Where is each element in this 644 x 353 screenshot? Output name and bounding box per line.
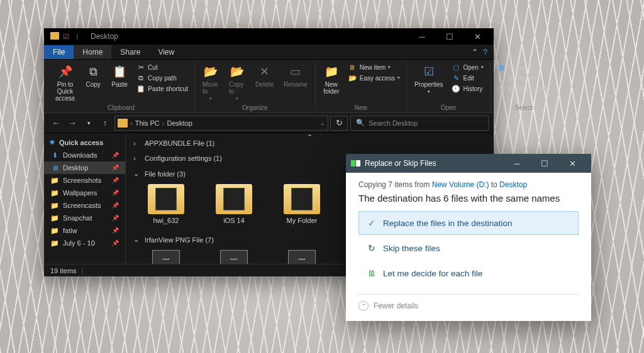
dialog-minimize-button[interactable]: ─ — [503, 154, 531, 173]
copy-button[interactable]: ⧉ Copy — [81, 62, 105, 89]
folder-label: My Folder — [287, 217, 318, 224]
edit-button[interactable]: ✎Edit — [449, 73, 486, 83]
dialog-option[interactable]: ✓Replace the files in the destination — [358, 211, 579, 235]
search-icon: 🔍 — [356, 119, 365, 127]
breadcrumb-desktop[interactable]: Desktop — [167, 119, 192, 127]
search-box[interactable]: 🔍 Search Desktop — [350, 116, 489, 131]
pin-icon: 📌 — [57, 63, 74, 80]
delete-button[interactable]: ✕ Delete — [252, 62, 277, 89]
folder-item[interactable]: iOS 14 — [209, 184, 259, 224]
cut-button[interactable]: ✂Cut — [134, 62, 191, 72]
address-bar[interactable]: › This PC › Desktop ⌄ — [114, 116, 328, 131]
file-menu[interactable]: File — [44, 45, 74, 59]
sidebar-item-snapchat[interactable]: 📁Snapchat📌 — [44, 212, 125, 224]
png-thumbnail-icon: ▪▪▪▪ — [152, 250, 180, 264]
sidebar-item-icon: 📁 — [50, 226, 59, 235]
copy-to-button[interactable]: 📂 Copy to ▾ — [225, 62, 249, 102]
new-folder-button[interactable]: 📁 New folder — [319, 62, 343, 96]
new-item-button[interactable]: 🗎New item ▾ — [346, 62, 402, 72]
sidebar-item-desktop[interactable]: 🖥Desktop📌 — [44, 161, 125, 174]
sidebar-item-icon: 📁 — [50, 176, 59, 185]
share-tab[interactable]: Share — [111, 45, 149, 59]
dialog-maximize-button[interactable]: ☐ — [531, 154, 558, 173]
rename-icon: ▭ — [287, 63, 304, 80]
refresh-button[interactable]: ↻ — [330, 116, 348, 131]
address-dropdown-icon[interactable]: ⌄ — [320, 120, 325, 126]
ribbon-collapse-icon[interactable]: ⌃ — [472, 48, 478, 57]
copy-path-icon: ⧉ — [136, 73, 145, 82]
quick-access-header[interactable]: ★ Quick access — [44, 136, 125, 149]
select-icon[interactable]: ☑ — [62, 32, 70, 41]
open-button[interactable]: ▢Open ▾ — [449, 62, 486, 72]
minimize-button[interactable]: ─ — [408, 28, 436, 45]
sidebar-item-icon: 📁 — [50, 188, 59, 197]
png-file-item[interactable]: ▪▪▪▪ — [141, 250, 191, 264]
help-icon[interactable]: ? — [483, 48, 487, 57]
rename-button[interactable]: ▭ Rename — [280, 62, 311, 89]
folder-icon — [284, 184, 320, 214]
sidebar-item-fatiw[interactable]: 📁fatiw📌 — [44, 224, 125, 237]
dialog-option[interactable]: 🗎Let me decide for each file — [358, 261, 579, 285]
pin-icon: 📌 — [112, 190, 119, 196]
view-tab[interactable]: View — [149, 45, 183, 59]
pin-icon: 📌 — [112, 202, 119, 209]
search-placeholder: Search Desktop — [369, 119, 418, 127]
option-icon: ✓ — [367, 218, 377, 228]
fewer-details-button[interactable]: ⌃ Fewer details — [358, 294, 579, 311]
maximize-button[interactable]: ☐ — [436, 28, 464, 45]
pin-icon: 📌 — [112, 165, 119, 171]
pin-icon: 📌 — [112, 215, 119, 221]
new-item-icon: 🗎 — [348, 63, 357, 72]
chevron-right-icon[interactable]: › — [130, 119, 133, 127]
png-thumbnail-icon: ▪▪▪▪ — [220, 250, 248, 264]
chevron-right-icon[interactable]: › — [162, 119, 165, 127]
properties-button[interactable]: ☑ Properties ▾ — [411, 62, 447, 95]
close-button[interactable]: ✕ — [464, 28, 491, 45]
png-file-item[interactable]: ▪▪▪▪ — [277, 250, 327, 264]
destination-link[interactable]: Desktop — [499, 180, 527, 189]
select-all-button[interactable]: ▦Select all — [494, 62, 553, 72]
folder-item[interactable]: My Folder — [277, 184, 327, 224]
dialog-close-button[interactable]: ✕ — [558, 154, 586, 173]
scroll-up-icon[interactable]: ⌃ — [307, 133, 313, 141]
select-group: ▦Select all ▢Select none ◫Invert selecti… — [491, 62, 557, 111]
titlebar[interactable]: ☑ | Desktop ─ ☐ ✕ — [44, 28, 494, 45]
move-to-button[interactable]: 📂 Move to ▾ — [199, 62, 223, 102]
sidebar-item-july-6---10[interactable]: 📁July 6 - 10📌 — [44, 237, 125, 249]
sidebar-item-screenshots[interactable]: 📁Screenshots📌 — [44, 174, 125, 187]
nav-forward-button[interactable]: → — [65, 116, 79, 130]
folder-item[interactable]: hwi_632 — [141, 184, 191, 224]
pin-to-quick-access-button[interactable]: 📌 Pin to Quick access — [52, 62, 79, 103]
dialog-titlebar[interactable]: Replace or Skip Files ─ ☐ ✕ — [346, 154, 591, 173]
paste-shortcut-icon: 📋 — [136, 84, 145, 93]
home-tab[interactable]: Home — [74, 45, 111, 59]
sidebar-item-downloads[interactable]: ⬇Downloads📌 — [44, 149, 125, 161]
paste-shortcut-button[interactable]: 📋Paste shortcut — [134, 84, 191, 94]
nav-up-button[interactable]: ↑ — [98, 116, 112, 130]
png-thumbnail-icon: ▪▪▪▪ — [288, 250, 316, 264]
breadcrumb-this-pc[interactable]: This PC — [135, 119, 160, 127]
invert-selection-button[interactable]: ◫Invert selection — [494, 84, 553, 94]
copy-path-button[interactable]: ⧉Copy path — [134, 73, 191, 83]
source-link[interactable]: New Volume (D:) — [432, 180, 489, 189]
copy-progress-icon — [351, 160, 361, 166]
option-icon: 🗎 — [367, 268, 377, 278]
nav-history-dropdown[interactable]: ▾ — [82, 116, 96, 130]
folder-label: iOS 14 — [223, 217, 245, 224]
paste-button[interactable]: 📋 Paste — [108, 62, 131, 89]
sidebar-item-icon: 📁 — [50, 201, 59, 210]
option-icon: ↻ — [367, 243, 377, 253]
select-none-button[interactable]: ▢Select none — [494, 73, 553, 83]
history-button[interactable]: 🕘History — [449, 84, 486, 94]
sidebar-item-icon: ⬇ — [50, 151, 59, 160]
easy-access-button[interactable]: 📂Easy access ▾ — [346, 73, 402, 83]
chevron-down-icon: ⌄ — [133, 236, 141, 244]
sidebar-item-screencasts[interactable]: 📁Screencasts📌 — [44, 199, 125, 212]
option-label: Skip these files — [383, 244, 440, 253]
chevron-up-icon: ⌃ — [358, 301, 369, 311]
edit-icon: ✎ — [452, 73, 460, 82]
sidebar-item-wallpapers[interactable]: 📁Wallpapers📌 — [44, 187, 125, 199]
png-file-item[interactable]: ▪▪▪▪ — [209, 250, 259, 264]
nav-back-button[interactable]: ← — [49, 116, 63, 130]
dialog-option[interactable]: ↻Skip these files — [358, 236, 579, 260]
